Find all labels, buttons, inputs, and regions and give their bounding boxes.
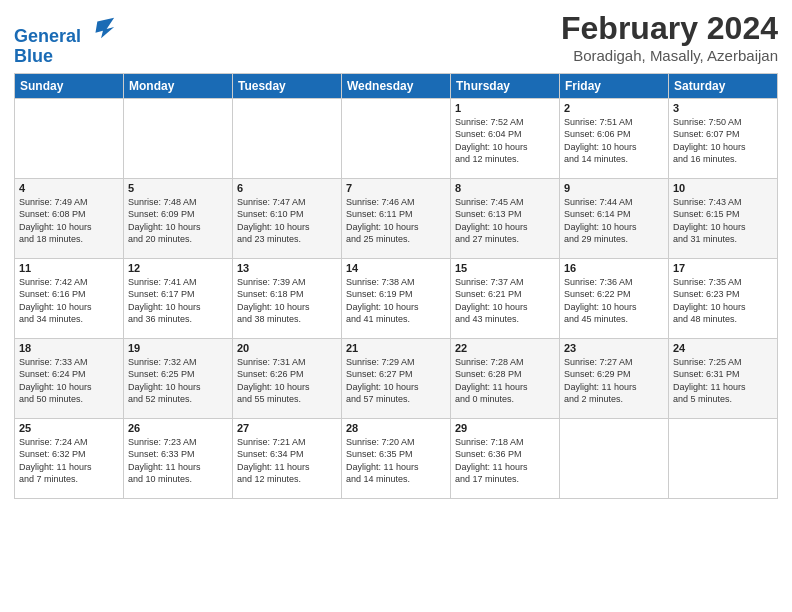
calendar-cell: 2Sunrise: 7:51 AM Sunset: 6:06 PM Daylig… <box>560 98 669 178</box>
calendar-cell: 20Sunrise: 7:31 AM Sunset: 6:26 PM Dayli… <box>233 338 342 418</box>
calendar-cell: 29Sunrise: 7:18 AM Sunset: 6:36 PM Dayli… <box>451 418 560 498</box>
day-number: 18 <box>19 342 119 354</box>
calendar-cell: 21Sunrise: 7:29 AM Sunset: 6:27 PM Dayli… <box>342 338 451 418</box>
day-number: 10 <box>673 182 773 194</box>
day-info: Sunrise: 7:36 AM Sunset: 6:22 PM Dayligh… <box>564 276 664 326</box>
day-number: 11 <box>19 262 119 274</box>
calendar-cell <box>342 98 451 178</box>
subtitle: Boradigah, Masally, Azerbaijan <box>561 47 778 64</box>
calendar-cell: 10Sunrise: 7:43 AM Sunset: 6:15 PM Dayli… <box>669 178 778 258</box>
day-number: 24 <box>673 342 773 354</box>
col-header-friday: Friday <box>560 73 669 98</box>
calendar-cell <box>124 98 233 178</box>
day-number: 4 <box>19 182 119 194</box>
calendar-cell: 24Sunrise: 7:25 AM Sunset: 6:31 PM Dayli… <box>669 338 778 418</box>
calendar-cell: 27Sunrise: 7:21 AM Sunset: 6:34 PM Dayli… <box>233 418 342 498</box>
day-info: Sunrise: 7:25 AM Sunset: 6:31 PM Dayligh… <box>673 356 773 406</box>
calendar-cell: 16Sunrise: 7:36 AM Sunset: 6:22 PM Dayli… <box>560 258 669 338</box>
day-number: 22 <box>455 342 555 354</box>
day-info: Sunrise: 7:28 AM Sunset: 6:28 PM Dayligh… <box>455 356 555 406</box>
col-header-thursday: Thursday <box>451 73 560 98</box>
calendar-cell: 5Sunrise: 7:48 AM Sunset: 6:09 PM Daylig… <box>124 178 233 258</box>
day-info: Sunrise: 7:21 AM Sunset: 6:34 PM Dayligh… <box>237 436 337 486</box>
day-number: 5 <box>128 182 228 194</box>
calendar-cell <box>15 98 124 178</box>
calendar-cell: 1Sunrise: 7:52 AM Sunset: 6:04 PM Daylig… <box>451 98 560 178</box>
day-info: Sunrise: 7:24 AM Sunset: 6:32 PM Dayligh… <box>19 436 119 486</box>
calendar-cell: 22Sunrise: 7:28 AM Sunset: 6:28 PM Dayli… <box>451 338 560 418</box>
day-info: Sunrise: 7:45 AM Sunset: 6:13 PM Dayligh… <box>455 196 555 246</box>
day-info: Sunrise: 7:46 AM Sunset: 6:11 PM Dayligh… <box>346 196 446 246</box>
day-number: 6 <box>237 182 337 194</box>
day-number: 19 <box>128 342 228 354</box>
day-info: Sunrise: 7:38 AM Sunset: 6:19 PM Dayligh… <box>346 276 446 326</box>
logo-line1: General <box>14 26 81 46</box>
day-number: 7 <box>346 182 446 194</box>
calendar-cell: 3Sunrise: 7:50 AM Sunset: 6:07 PM Daylig… <box>669 98 778 178</box>
calendar-cell: 4Sunrise: 7:49 AM Sunset: 6:08 PM Daylig… <box>15 178 124 258</box>
calendar-table: SundayMondayTuesdayWednesdayThursdayFrid… <box>14 73 778 499</box>
day-number: 8 <box>455 182 555 194</box>
day-number: 25 <box>19 422 119 434</box>
day-number: 23 <box>564 342 664 354</box>
calendar-cell <box>233 98 342 178</box>
day-number: 28 <box>346 422 446 434</box>
col-header-tuesday: Tuesday <box>233 73 342 98</box>
day-number: 29 <box>455 422 555 434</box>
page: General Blue February 2024 Boradigah, Ma… <box>0 0 792 612</box>
day-info: Sunrise: 7:33 AM Sunset: 6:24 PM Dayligh… <box>19 356 119 406</box>
day-info: Sunrise: 7:44 AM Sunset: 6:14 PM Dayligh… <box>564 196 664 246</box>
day-number: 14 <box>346 262 446 274</box>
col-header-wednesday: Wednesday <box>342 73 451 98</box>
header: General Blue February 2024 Boradigah, Ma… <box>14 10 778 67</box>
calendar-cell: 17Sunrise: 7:35 AM Sunset: 6:23 PM Dayli… <box>669 258 778 338</box>
day-info: Sunrise: 7:23 AM Sunset: 6:33 PM Dayligh… <box>128 436 228 486</box>
main-title: February 2024 <box>561 10 778 47</box>
day-number: 20 <box>237 342 337 354</box>
calendar-cell: 6Sunrise: 7:47 AM Sunset: 6:10 PM Daylig… <box>233 178 342 258</box>
calendar-cell: 11Sunrise: 7:42 AM Sunset: 6:16 PM Dayli… <box>15 258 124 338</box>
day-info: Sunrise: 7:49 AM Sunset: 6:08 PM Dayligh… <box>19 196 119 246</box>
day-number: 12 <box>128 262 228 274</box>
day-info: Sunrise: 7:51 AM Sunset: 6:06 PM Dayligh… <box>564 116 664 166</box>
day-info: Sunrise: 7:18 AM Sunset: 6:36 PM Dayligh… <box>455 436 555 486</box>
calendar-cell: 15Sunrise: 7:37 AM Sunset: 6:21 PM Dayli… <box>451 258 560 338</box>
day-number: 13 <box>237 262 337 274</box>
day-number: 3 <box>673 102 773 114</box>
logo-line2: Blue <box>14 47 116 67</box>
calendar-cell: 13Sunrise: 7:39 AM Sunset: 6:18 PM Dayli… <box>233 258 342 338</box>
day-number: 21 <box>346 342 446 354</box>
day-number: 2 <box>564 102 664 114</box>
day-info: Sunrise: 7:48 AM Sunset: 6:09 PM Dayligh… <box>128 196 228 246</box>
calendar-cell: 23Sunrise: 7:27 AM Sunset: 6:29 PM Dayli… <box>560 338 669 418</box>
calendar-cell: 7Sunrise: 7:46 AM Sunset: 6:11 PM Daylig… <box>342 178 451 258</box>
day-number: 15 <box>455 262 555 274</box>
calendar-cell: 8Sunrise: 7:45 AM Sunset: 6:13 PM Daylig… <box>451 178 560 258</box>
logo-text: General <box>14 14 116 47</box>
logo-bird-icon <box>88 14 116 42</box>
day-info: Sunrise: 7:29 AM Sunset: 6:27 PM Dayligh… <box>346 356 446 406</box>
day-info: Sunrise: 7:20 AM Sunset: 6:35 PM Dayligh… <box>346 436 446 486</box>
day-info: Sunrise: 7:41 AM Sunset: 6:17 PM Dayligh… <box>128 276 228 326</box>
day-info: Sunrise: 7:39 AM Sunset: 6:18 PM Dayligh… <box>237 276 337 326</box>
day-number: 9 <box>564 182 664 194</box>
calendar-cell: 9Sunrise: 7:44 AM Sunset: 6:14 PM Daylig… <box>560 178 669 258</box>
day-info: Sunrise: 7:35 AM Sunset: 6:23 PM Dayligh… <box>673 276 773 326</box>
day-number: 16 <box>564 262 664 274</box>
day-info: Sunrise: 7:50 AM Sunset: 6:07 PM Dayligh… <box>673 116 773 166</box>
calendar-cell: 12Sunrise: 7:41 AM Sunset: 6:17 PM Dayli… <box>124 258 233 338</box>
calendar-cell <box>560 418 669 498</box>
day-number: 26 <box>128 422 228 434</box>
day-info: Sunrise: 7:52 AM Sunset: 6:04 PM Dayligh… <box>455 116 555 166</box>
logo: General Blue <box>14 14 116 67</box>
calendar-cell: 18Sunrise: 7:33 AM Sunset: 6:24 PM Dayli… <box>15 338 124 418</box>
calendar-cell: 26Sunrise: 7:23 AM Sunset: 6:33 PM Dayli… <box>124 418 233 498</box>
day-number: 1 <box>455 102 555 114</box>
col-header-monday: Monday <box>124 73 233 98</box>
day-info: Sunrise: 7:47 AM Sunset: 6:10 PM Dayligh… <box>237 196 337 246</box>
calendar-cell: 25Sunrise: 7:24 AM Sunset: 6:32 PM Dayli… <box>15 418 124 498</box>
calendar-cell: 19Sunrise: 7:32 AM Sunset: 6:25 PM Dayli… <box>124 338 233 418</box>
calendar-cell: 14Sunrise: 7:38 AM Sunset: 6:19 PM Dayli… <box>342 258 451 338</box>
day-info: Sunrise: 7:27 AM Sunset: 6:29 PM Dayligh… <box>564 356 664 406</box>
day-number: 17 <box>673 262 773 274</box>
